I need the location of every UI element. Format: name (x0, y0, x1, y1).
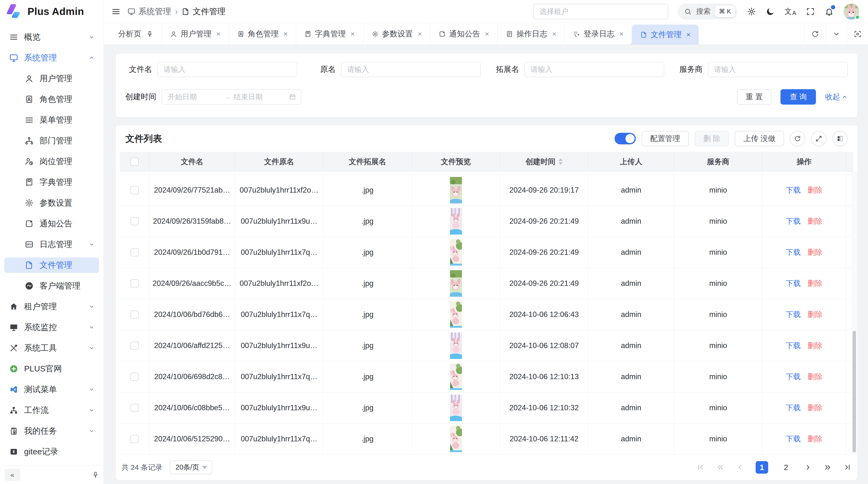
end-date-placeholder[interactable]: 结束日期 (234, 92, 287, 102)
page-2-button[interactable]: 2 (780, 461, 792, 474)
delete-link[interactable]: 删除 (807, 279, 823, 289)
close-icon[interactable]: × (216, 30, 221, 38)
start-date-placeholder[interactable]: 开始日期 (168, 92, 221, 102)
tab-0[interactable]: 分析页 (110, 23, 162, 44)
sidebar-item-10[interactable]: DEV日志管理 (4, 237, 99, 252)
original-name-input[interactable] (341, 62, 481, 77)
close-icon[interactable]: × (686, 31, 691, 39)
prev-page-icon[interactable] (736, 463, 744, 472)
download-link[interactable]: 下载 (786, 279, 801, 289)
sidebar-item-8[interactable]: 参数设置 (4, 195, 99, 211)
download-link[interactable]: 下载 (786, 403, 801, 413)
close-icon[interactable]: × (418, 30, 422, 38)
sidebar-collapse-button[interactable]: « (4, 469, 20, 481)
tab-8[interactable]: 文件管理× (632, 25, 699, 44)
download-link[interactable]: 下载 (786, 185, 801, 195)
tab-1[interactable]: 用户管理× (162, 23, 229, 44)
file-preview-thumbnail[interactable] (450, 270, 462, 297)
column-header-0[interactable]: 文件名 (149, 152, 235, 172)
avatar[interactable] (843, 4, 859, 20)
download-link[interactable]: 下载 (786, 216, 801, 226)
global-search[interactable]: 搜索 ⌘ K (678, 4, 737, 20)
expand-table-icon[interactable] (811, 131, 827, 146)
column-header-4[interactable]: 创建时间 (500, 152, 588, 172)
extension-input[interactable] (524, 62, 664, 77)
download-link[interactable]: 下载 (786, 434, 801, 444)
sidebar-item-5[interactable]: 部门管理 (4, 133, 99, 149)
delete-link[interactable]: 删除 (807, 310, 823, 320)
date-range-picker[interactable]: 开始日期 → 结束日期 (161, 89, 301, 105)
dark-mode-moon-icon[interactable] (766, 7, 775, 16)
sidebar-item-11[interactable]: 文件管理 (4, 257, 99, 273)
tenant-select-input[interactable] (533, 4, 668, 19)
settings-gear-icon[interactable] (747, 7, 756, 16)
pin-sidebar-icon[interactable] (92, 471, 99, 479)
close-icon[interactable]: × (552, 30, 557, 38)
row-checkbox[interactable] (130, 404, 138, 412)
select-all-checkbox[interactable] (130, 158, 138, 166)
close-icon[interactable]: × (619, 30, 623, 38)
translate-icon[interactable]: 文A (784, 6, 796, 17)
file-preview-thumbnail[interactable] (450, 332, 462, 359)
sidebar-item-7[interactable]: 字典管理 (4, 174, 99, 190)
pin-icon[interactable] (146, 30, 153, 38)
file-preview-thumbnail[interactable] (450, 208, 462, 234)
row-checkbox[interactable] (130, 186, 138, 194)
tab-3[interactable]: 字典管理× (296, 23, 363, 44)
tab-6[interactable]: 操作日志× (498, 23, 565, 44)
menu-toggle-icon[interactable] (112, 7, 121, 16)
tab-4[interactable]: 参数设置× (363, 23, 431, 44)
row-checkbox[interactable] (130, 248, 138, 256)
page-size-select[interactable]: 20条/页 (170, 460, 212, 474)
column-header-2[interactable]: 文件拓展名 (323, 152, 412, 172)
sidebar-item-1[interactable]: 系统管理 (4, 50, 99, 66)
notifications-bell-icon[interactable] (825, 7, 834, 16)
search-toggle-switch[interactable] (615, 133, 636, 144)
collapse-filter-link[interactable]: 收起 (825, 92, 848, 102)
reset-button[interactable]: 重 置 (737, 89, 772, 105)
column-header-1[interactable]: 文件原名 (235, 152, 323, 172)
sidebar-item-19[interactable]: 我的任务 (4, 423, 99, 439)
last-page-icon[interactable] (843, 463, 851, 472)
delete-link[interactable]: 删除 (807, 185, 823, 195)
close-icon[interactable]: × (485, 30, 489, 38)
column-header-6[interactable]: 服务商 (674, 152, 763, 172)
sidebar-item-15[interactable]: 系统工具 (4, 340, 99, 356)
sidebar-item-0[interactable]: 概览 (4, 29, 99, 45)
breadcrumb-item-system[interactable]: 系统管理 (127, 6, 171, 17)
column-settings-icon[interactable] (832, 131, 848, 146)
fullscreen-icon[interactable] (806, 7, 815, 16)
sidebar-item-17[interactable]: 测试菜单 (4, 382, 99, 397)
row-checkbox[interactable] (130, 373, 138, 381)
delete-link[interactable]: 删除 (807, 216, 823, 226)
chevron-down-icon[interactable] (826, 23, 847, 44)
sort-icon[interactable] (558, 158, 563, 165)
column-header-3[interactable]: 文件预览 (412, 152, 500, 172)
tab-2[interactable]: 角色管理× (229, 23, 296, 44)
file-preview-thumbnail[interactable] (450, 301, 462, 328)
config-management-button[interactable]: 配置管理 (642, 131, 689, 146)
close-icon[interactable]: × (350, 30, 355, 38)
sidebar-item-3[interactable]: 角色管理 (4, 92, 99, 107)
sidebar-item-14[interactable]: 系统监控 (4, 320, 99, 335)
download-link[interactable]: 下载 (786, 341, 801, 351)
content-fullscreen-icon[interactable] (847, 23, 868, 44)
row-checkbox[interactable] (130, 279, 138, 288)
upload-button[interactable]: 上传 没做 (735, 131, 784, 146)
row-checkbox[interactable] (130, 311, 138, 319)
sidebar-item-9[interactable]: 通知公告 (4, 216, 99, 231)
sidebar-item-12[interactable]: 客户端管理 (4, 278, 99, 294)
column-header-5[interactable]: 上传人 (588, 152, 674, 172)
search-button[interactable]: 查 询 (780, 89, 816, 105)
sidebar-item-18[interactable]: 工作流 (4, 402, 99, 418)
download-link[interactable]: 下载 (786, 372, 801, 382)
file-preview-thumbnail[interactable] (450, 363, 462, 390)
file-preview-thumbnail[interactable] (450, 394, 462, 421)
download-link[interactable]: 下载 (786, 247, 801, 257)
next-5-pages-icon[interactable] (824, 463, 832, 472)
sidebar-item-16[interactable]: PLUS官网 (4, 361, 99, 377)
delete-link[interactable]: 删除 (807, 247, 823, 257)
first-page-icon[interactable] (696, 463, 705, 472)
delete-link[interactable]: 删除 (807, 341, 823, 351)
file-preview-thumbnail[interactable] (450, 177, 462, 203)
